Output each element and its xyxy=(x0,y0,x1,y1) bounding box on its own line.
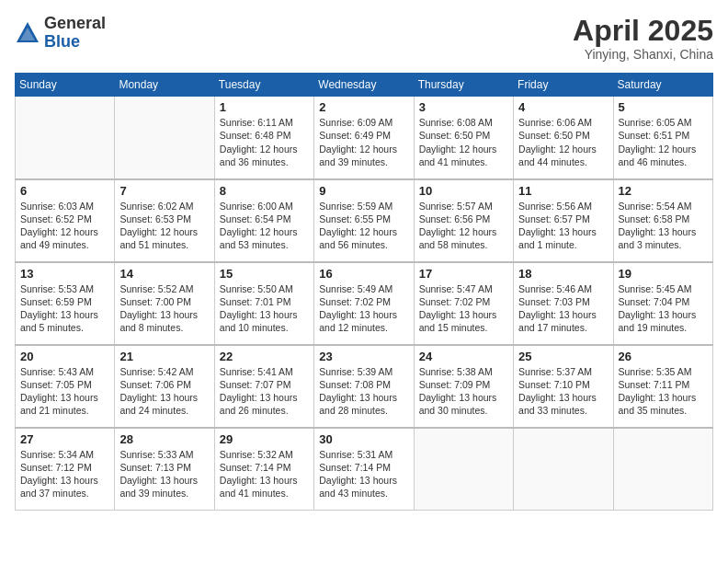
calendar-cell: 27Sunrise: 5:34 AM Sunset: 7:12 PM Dayli… xyxy=(16,428,115,511)
day-info: Sunrise: 6:11 AM Sunset: 6:48 PM Dayligh… xyxy=(220,116,309,168)
calendar-cell: 28Sunrise: 5:33 AM Sunset: 7:13 PM Dayli… xyxy=(115,428,214,511)
day-info: Sunrise: 5:37 AM Sunset: 7:10 PM Dayligh… xyxy=(518,365,608,418)
calendar-cell: 13Sunrise: 5:53 AM Sunset: 6:59 PM Dayli… xyxy=(16,262,115,345)
day-info: Sunrise: 5:34 AM Sunset: 7:12 PM Dayligh… xyxy=(20,448,109,500)
day-number: 3 xyxy=(419,100,508,114)
calendar-cell: 15Sunrise: 5:50 AM Sunset: 7:01 PM Dayli… xyxy=(214,262,313,345)
day-number: 16 xyxy=(319,267,408,281)
calendar-cell: 8Sunrise: 6:00 AM Sunset: 6:54 PM Daylig… xyxy=(214,179,313,262)
calendar-cell: 11Sunrise: 5:56 AM Sunset: 6:57 PM Dayli… xyxy=(514,179,613,262)
calendar-cell: 9Sunrise: 5:59 AM Sunset: 6:55 PM Daylig… xyxy=(314,179,414,262)
day-number: 29 xyxy=(220,432,309,446)
day-number: 13 xyxy=(20,267,109,281)
day-number: 8 xyxy=(220,184,309,198)
day-number: 19 xyxy=(619,267,708,281)
day-number: 30 xyxy=(319,432,408,446)
day-number: 10 xyxy=(419,184,508,198)
day-number: 7 xyxy=(119,184,209,198)
calendar-cell: 10Sunrise: 5:57 AM Sunset: 6:56 PM Dayli… xyxy=(414,179,513,262)
calendar-cell: 21Sunrise: 5:42 AM Sunset: 7:06 PM Dayli… xyxy=(115,345,214,428)
day-number: 26 xyxy=(619,350,708,363)
day-info: Sunrise: 5:52 AM Sunset: 7:00 PM Dayligh… xyxy=(119,282,209,335)
calendar-week-row: 20Sunrise: 5:43 AM Sunset: 7:05 PM Dayli… xyxy=(16,345,713,428)
day-number: 27 xyxy=(20,432,109,446)
calendar-cell xyxy=(414,428,513,511)
day-number: 5 xyxy=(619,100,708,114)
calendar-cell: 1Sunrise: 6:11 AM Sunset: 6:48 PM Daylig… xyxy=(214,97,313,179)
logo-general-text: General xyxy=(44,14,106,32)
day-info: Sunrise: 6:03 AM Sunset: 6:52 PM Dayligh… xyxy=(20,200,109,252)
calendar-table: SundayMondayTuesdayWednesdayThursdayFrid… xyxy=(15,73,713,511)
day-info: Sunrise: 5:41 AM Sunset: 7:07 PM Dayligh… xyxy=(220,365,309,418)
day-info: Sunrise: 5:57 AM Sunset: 6:56 PM Dayligh… xyxy=(419,200,508,252)
month-title: April 2025 xyxy=(573,15,713,47)
day-info: Sunrise: 5:42 AM Sunset: 7:06 PM Dayligh… xyxy=(119,365,209,418)
day-number: 17 xyxy=(419,267,508,281)
day-info: Sunrise: 5:59 AM Sunset: 6:55 PM Dayligh… xyxy=(319,200,408,252)
day-info: Sunrise: 5:43 AM Sunset: 7:05 PM Dayligh… xyxy=(20,365,109,418)
column-header-monday: Monday xyxy=(115,74,214,97)
day-number: 12 xyxy=(619,184,708,198)
calendar-week-row: 27Sunrise: 5:34 AM Sunset: 7:12 PM Dayli… xyxy=(16,428,713,511)
calendar-header-row: SundayMondayTuesdayWednesdayThursdayFrid… xyxy=(16,74,713,97)
day-info: Sunrise: 5:31 AM Sunset: 7:14 PM Dayligh… xyxy=(319,448,408,500)
day-number: 20 xyxy=(20,350,109,363)
column-header-thursday: Thursday xyxy=(414,74,513,97)
logo-blue-text: Blue xyxy=(44,32,80,51)
logo-icon xyxy=(15,20,40,46)
day-number: 9 xyxy=(319,184,408,198)
day-info: Sunrise: 5:49 AM Sunset: 7:02 PM Dayligh… xyxy=(319,282,408,335)
day-number: 25 xyxy=(518,350,608,363)
day-info: Sunrise: 6:06 AM Sunset: 6:50 PM Dayligh… xyxy=(518,116,608,168)
day-info: Sunrise: 5:35 AM Sunset: 7:11 PM Dayligh… xyxy=(619,365,708,418)
calendar-cell: 3Sunrise: 6:08 AM Sunset: 6:50 PM Daylig… xyxy=(414,97,513,179)
calendar-week-row: 6Sunrise: 6:03 AM Sunset: 6:52 PM Daylig… xyxy=(16,179,713,262)
day-number: 28 xyxy=(119,432,209,446)
day-number: 4 xyxy=(518,100,608,114)
column-header-sunday: Sunday xyxy=(16,74,115,97)
day-info: Sunrise: 6:09 AM Sunset: 6:49 PM Dayligh… xyxy=(319,116,408,168)
calendar-cell: 7Sunrise: 6:02 AM Sunset: 6:53 PM Daylig… xyxy=(115,179,214,262)
calendar-cell xyxy=(613,428,712,511)
calendar-cell: 30Sunrise: 5:31 AM Sunset: 7:14 PM Dayli… xyxy=(314,428,414,511)
calendar-cell: 18Sunrise: 5:46 AM Sunset: 7:03 PM Dayli… xyxy=(514,262,613,345)
day-info: Sunrise: 6:05 AM Sunset: 6:51 PM Dayligh… xyxy=(619,116,708,168)
calendar-cell: 22Sunrise: 5:41 AM Sunset: 7:07 PM Dayli… xyxy=(214,345,313,428)
day-info: Sunrise: 6:08 AM Sunset: 6:50 PM Dayligh… xyxy=(419,116,508,168)
calendar-cell: 19Sunrise: 5:45 AM Sunset: 7:04 PM Dayli… xyxy=(613,262,712,345)
calendar-cell: 17Sunrise: 5:47 AM Sunset: 7:02 PM Dayli… xyxy=(414,262,513,345)
calendar-cell xyxy=(115,97,214,179)
calendar-cell: 5Sunrise: 6:05 AM Sunset: 6:51 PM Daylig… xyxy=(613,97,712,179)
calendar-cell: 12Sunrise: 5:54 AM Sunset: 6:58 PM Dayli… xyxy=(613,179,712,262)
location-text: Yinying, Shanxi, China xyxy=(573,47,713,62)
day-info: Sunrise: 5:39 AM Sunset: 7:08 PM Dayligh… xyxy=(319,365,408,418)
day-info: Sunrise: 5:56 AM Sunset: 6:57 PM Dayligh… xyxy=(518,200,608,252)
day-info: Sunrise: 6:00 AM Sunset: 6:54 PM Dayligh… xyxy=(220,200,309,252)
day-number: 14 xyxy=(119,267,209,281)
calendar-cell xyxy=(514,428,613,511)
calendar-week-row: 13Sunrise: 5:53 AM Sunset: 6:59 PM Dayli… xyxy=(16,262,713,345)
calendar-cell: 2Sunrise: 6:09 AM Sunset: 6:49 PM Daylig… xyxy=(314,97,414,179)
day-info: Sunrise: 6:02 AM Sunset: 6:53 PM Dayligh… xyxy=(119,200,209,252)
day-number: 23 xyxy=(319,350,408,363)
calendar-cell: 29Sunrise: 5:32 AM Sunset: 7:14 PM Dayli… xyxy=(214,428,313,511)
calendar-cell: 6Sunrise: 6:03 AM Sunset: 6:52 PM Daylig… xyxy=(16,179,115,262)
column-header-wednesday: Wednesday xyxy=(314,74,414,97)
calendar-cell: 26Sunrise: 5:35 AM Sunset: 7:11 PM Dayli… xyxy=(613,345,712,428)
column-header-friday: Friday xyxy=(514,74,613,97)
day-info: Sunrise: 5:38 AM Sunset: 7:09 PM Dayligh… xyxy=(419,365,508,418)
day-number: 24 xyxy=(419,350,508,363)
day-number: 2 xyxy=(319,100,408,114)
day-info: Sunrise: 5:50 AM Sunset: 7:01 PM Dayligh… xyxy=(220,282,309,335)
day-info: Sunrise: 5:46 AM Sunset: 7:03 PM Dayligh… xyxy=(518,282,608,335)
day-number: 22 xyxy=(220,350,309,363)
logo: General Blue xyxy=(15,15,106,52)
calendar-cell: 16Sunrise: 5:49 AM Sunset: 7:02 PM Dayli… xyxy=(314,262,414,345)
column-header-saturday: Saturday xyxy=(613,74,712,97)
title-block: April 2025 Yinying, Shanxi, China xyxy=(573,15,713,62)
day-number: 21 xyxy=(119,350,209,363)
calendar-cell: 4Sunrise: 6:06 AM Sunset: 6:50 PM Daylig… xyxy=(514,97,613,179)
day-number: 6 xyxy=(20,184,109,198)
calendar-cell: 23Sunrise: 5:39 AM Sunset: 7:08 PM Dayli… xyxy=(314,345,414,428)
column-header-tuesday: Tuesday xyxy=(214,74,313,97)
